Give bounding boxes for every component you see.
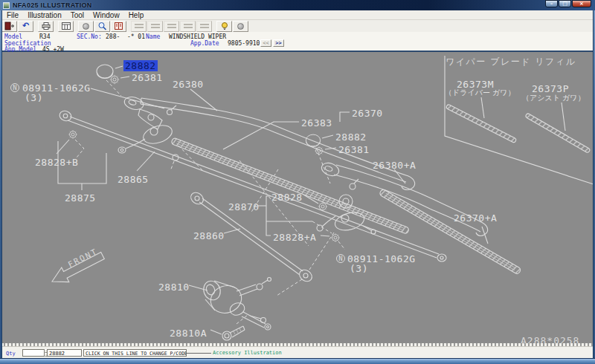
label-26373P-sub: （アシスト ガワ） <box>522 93 585 103</box>
next-page-button[interactable]: >> <box>273 39 284 47</box>
window-left-frame <box>0 10 2 358</box>
nav-c-icon <box>167 24 176 28</box>
app-date-label: App.Date <box>190 40 219 47</box>
prev-page-button[interactable]: << <box>260 39 271 47</box>
toolbar: ↶ <box>0 20 595 32</box>
app-date-value: 9805-9910 <box>228 40 260 47</box>
print-button[interactable] <box>38 21 54 32</box>
menu-help[interactable]: Help <box>124 11 149 19</box>
part-label-28882-b[interactable]: 28882 <box>335 131 367 143</box>
name-value: WINDSHIELD WIPER <box>169 33 226 40</box>
nav-e-icon <box>200 24 209 28</box>
refill-section-title: ワイパー ブレード リフィル <box>446 56 576 68</box>
info-panel: Model R34 SEC.No: 288- -* 01 Name WINDSH… <box>0 32 595 52</box>
n-symbol-icon-a: N <box>10 83 19 92</box>
maximize-icon: □ <box>562 1 567 7</box>
part-label-26370A[interactable]: 26370+A <box>454 212 497 224</box>
status-button[interactable] <box>233 21 248 32</box>
window-list-button[interactable] <box>58 21 74 32</box>
part-label-28870[interactable]: 28870 <box>228 201 260 212</box>
nav-b-icon <box>151 24 160 28</box>
label-26373M-sub: （ドライバー ガワ） <box>445 88 515 98</box>
qty-input[interactable] <box>22 349 45 357</box>
part-label-28828[interactable]: 28828 <box>271 192 303 203</box>
window-title: NFA025 ILLUSTRATION <box>13 1 92 9</box>
qty-note-a: (3) <box>25 92 43 103</box>
window-controls: – □ × <box>545 0 591 7</box>
name-label: Name <box>146 33 160 40</box>
nav-b-button[interactable] <box>147 21 163 32</box>
sec-no-label: SEC.No: <box>77 33 102 40</box>
status-icon <box>237 23 244 30</box>
app-icon <box>3 2 10 9</box>
exit-icon <box>4 22 15 30</box>
part-label-26370[interactable]: 26370 <box>352 108 383 119</box>
part-label-28875[interactable]: 28875 <box>65 192 96 204</box>
nav-a-icon <box>135 24 144 28</box>
zoom-button[interactable] <box>94 21 110 32</box>
part-label-26381-a[interactable]: 26381 <box>132 72 163 83</box>
parts-index-icon <box>114 22 123 30</box>
menu-illustration[interactable]: Illustration <box>23 11 66 19</box>
help-lamp-icon <box>221 22 228 31</box>
part-label-28882-selected[interactable]: 28882 <box>123 60 158 71</box>
part-label-26381-b[interactable]: 26381 <box>338 144 370 155</box>
part-label-26380A[interactable]: 26380+A <box>373 160 416 171</box>
window-bottom-frame <box>0 358 595 364</box>
parts-index-button[interactable] <box>111 21 126 32</box>
nav-e-button[interactable] <box>196 21 212 32</box>
maximize-button[interactable]: □ <box>559 0 571 7</box>
undo-button[interactable]: ↶ <box>18 21 33 32</box>
part-label-28810A[interactable]: 28810A <box>170 328 207 339</box>
qty-note-b: (3) <box>350 263 368 274</box>
undo-icon: ↶ <box>22 22 29 30</box>
status-bar: Qty 28882 CLICK ON THIS LINE TO CHANGE P… <box>0 346 595 358</box>
title-bar: NFA025 ILLUSTRATION – □ × <box>0 0 595 10</box>
sec-no-value: 288- -* 01 <box>106 33 145 40</box>
part-label-28860[interactable]: 28860 <box>193 230 225 241</box>
change-pcode-link[interactable]: CLICK ON THIS LINE TO CHANGE P/CODE <box>83 349 187 357</box>
close-button[interactable]: × <box>572 0 591 7</box>
part-label-28828B[interactable]: 28828+B <box>35 157 78 168</box>
exit-button[interactable] <box>1 21 17 32</box>
nav-c-button[interactable] <box>164 21 179 32</box>
app-window: NFA025 ILLUSTRATION – □ × File Illustrat… <box>0 0 595 364</box>
nav-a-button[interactable] <box>131 21 147 32</box>
minimize-button[interactable]: – <box>545 0 558 7</box>
model-label: Model <box>4 33 22 40</box>
n-symbol-icon-b: N <box>336 254 345 263</box>
window-list-icon <box>61 22 71 30</box>
record-button[interactable] <box>78 21 94 32</box>
part-label-26380[interactable]: 26380 <box>173 79 204 90</box>
part-label-28828A[interactable]: 28828+A <box>273 232 316 243</box>
plate-code: A288*0258 <box>521 335 579 343</box>
part-label-28810[interactable]: 28810 <box>158 282 190 293</box>
nav-d-icon <box>184 24 193 28</box>
qty-label: Qty <box>6 351 16 357</box>
model-value: R34 <box>39 33 50 40</box>
part-label-26383[interactable]: 26383 <box>301 117 332 129</box>
menu-bar: File Illustration Tool Window Help <box>0 10 595 20</box>
menu-file[interactable]: File <box>2 11 23 19</box>
zoom-icon <box>97 22 107 30</box>
connector-line <box>186 353 211 354</box>
part-label-28865[interactable]: 28865 <box>118 174 149 185</box>
menu-tool[interactable]: Tool <box>66 11 89 19</box>
diagram-area: 28882 26381 26380 N 08911-1062G (3) 2882… <box>0 52 595 343</box>
menu-window[interactable]: Window <box>89 11 124 19</box>
record-icon <box>83 23 89 30</box>
help-lamp-button[interactable] <box>216 21 232 32</box>
minimize-icon: – <box>550 1 553 7</box>
nav-d-button[interactable] <box>180 21 196 32</box>
print-icon <box>41 22 51 30</box>
close-icon: × <box>579 1 584 7</box>
pcode-field[interactable]: 28882 <box>47 349 82 357</box>
accessory-illustration-link[interactable]: Accessory Illustration <box>213 350 282 356</box>
